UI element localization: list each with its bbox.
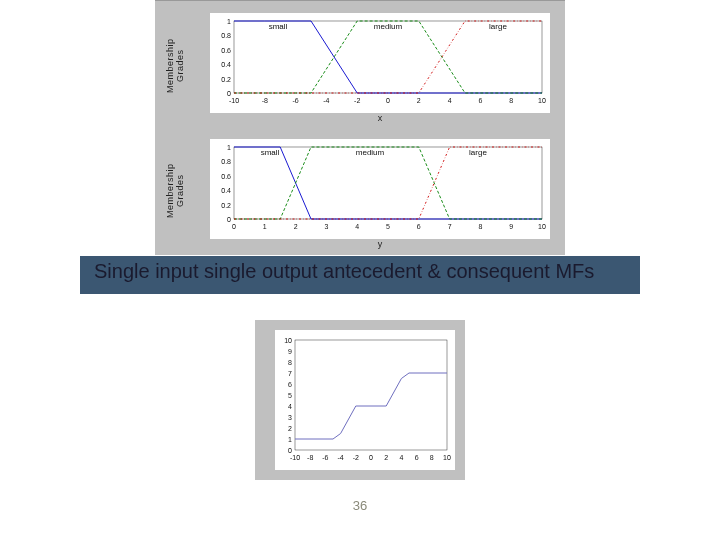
svg-text:10: 10 xyxy=(538,97,546,104)
svg-text:6: 6 xyxy=(288,381,292,388)
svg-text:3: 3 xyxy=(324,223,328,230)
svg-text:-8: -8 xyxy=(262,97,268,104)
mf-label-large: large xyxy=(469,148,487,157)
xticks: 0 1 2 3 4 5 6 7 8 9 10 xyxy=(232,223,546,230)
svg-text:10: 10 xyxy=(443,454,451,461)
series-medium xyxy=(234,21,542,93)
svg-text:9: 9 xyxy=(288,348,292,355)
mf-label-medium: medium xyxy=(374,22,403,31)
slide-page: Membership Grades Membership Grades 0 0.… xyxy=(0,0,720,540)
svg-text:6: 6 xyxy=(478,97,482,104)
svg-text:4: 4 xyxy=(399,454,403,461)
svg-text:0.2: 0.2 xyxy=(221,202,231,209)
svg-text:7: 7 xyxy=(288,370,292,377)
yticks: 0 1 2 3 4 5 6 7 8 9 10 xyxy=(284,337,292,454)
svg-text:-4: -4 xyxy=(323,97,329,104)
mf-label-small: small xyxy=(261,148,280,157)
svg-text:0.4: 0.4 xyxy=(221,187,231,194)
series-small xyxy=(234,21,542,93)
svg-text:0.6: 0.6 xyxy=(221,173,231,180)
svg-text:-6: -6 xyxy=(322,454,328,461)
svg-text:4: 4 xyxy=(448,97,452,104)
series-medium xyxy=(234,147,542,219)
series-output xyxy=(295,373,447,439)
svg-text:0: 0 xyxy=(288,447,292,454)
svg-text:0.6: 0.6 xyxy=(221,47,231,54)
svg-text:4: 4 xyxy=(288,403,292,410)
page-number: 36 xyxy=(0,498,720,513)
svg-text:5: 5 xyxy=(386,223,390,230)
svg-text:6: 6 xyxy=(417,223,421,230)
svg-text:0.8: 0.8 xyxy=(221,158,231,165)
svg-text:10: 10 xyxy=(284,337,292,344)
svg-text:0: 0 xyxy=(369,454,373,461)
svg-text:-8: -8 xyxy=(307,454,313,461)
svg-text:0: 0 xyxy=(227,216,231,223)
output-figure-panel: 0 1 2 3 4 5 6 7 8 9 10 -10 -8 -6 -4 xyxy=(255,320,465,480)
svg-rect-0 xyxy=(234,21,542,93)
series-small xyxy=(234,147,542,219)
svg-text:-2: -2 xyxy=(354,97,360,104)
svg-text:-2: -2 xyxy=(353,454,359,461)
svg-text:10: 10 xyxy=(538,223,546,230)
series-large xyxy=(234,21,542,93)
svg-rect-18 xyxy=(234,147,542,219)
svg-text:0.2: 0.2 xyxy=(221,76,231,83)
svg-text:-10: -10 xyxy=(290,454,300,461)
svg-text:6: 6 xyxy=(415,454,419,461)
svg-text:2: 2 xyxy=(384,454,388,461)
yticks: 0 0.2 0.4 0.6 0.8 1 xyxy=(221,144,231,223)
svg-text:8: 8 xyxy=(478,223,482,230)
svg-text:0: 0 xyxy=(227,90,231,97)
mf-figure-panel: Membership Grades Membership Grades 0 0.… xyxy=(155,0,565,255)
svg-text:5: 5 xyxy=(288,392,292,399)
svg-text:4: 4 xyxy=(355,223,359,230)
svg-text:1: 1 xyxy=(227,18,231,25)
svg-text:1: 1 xyxy=(227,144,231,151)
svg-text:8: 8 xyxy=(430,454,434,461)
svg-text:-10: -10 xyxy=(229,97,239,104)
svg-text:-4: -4 xyxy=(337,454,343,461)
svg-text:9: 9 xyxy=(509,223,513,230)
svg-rect-36 xyxy=(295,340,447,450)
ylabel-antecedent: Membership Grades xyxy=(165,31,177,101)
mf-label-small: small xyxy=(269,22,288,31)
svg-text:2: 2 xyxy=(288,425,292,432)
xlabel-consequent: y xyxy=(210,239,550,249)
svg-text:2: 2 xyxy=(417,97,421,104)
mf-label-medium: medium xyxy=(356,148,385,157)
caption-text: Single input single output antecedent & … xyxy=(94,260,634,283)
svg-text:3: 3 xyxy=(288,414,292,421)
svg-text:0.8: 0.8 xyxy=(221,32,231,39)
series-large xyxy=(234,147,542,219)
xticks: -10 -8 -6 -4 -2 0 2 4 6 8 10 xyxy=(290,454,451,461)
svg-text:2: 2 xyxy=(294,223,298,230)
antecedent-mf-plot: 0 0.2 0.4 0.6 0.8 1 -10 -8 -6 -4 -2 0 2 … xyxy=(210,13,550,113)
svg-text:8: 8 xyxy=(509,97,513,104)
svg-text:1: 1 xyxy=(288,436,292,443)
svg-text:0: 0 xyxy=(386,97,390,104)
yticks: 0 0.2 0.4 0.6 0.8 1 xyxy=(221,18,231,97)
svg-text:1: 1 xyxy=(263,223,267,230)
xticks: -10 -8 -6 -4 -2 0 2 4 6 8 10 xyxy=(229,97,546,104)
svg-text:-6: -6 xyxy=(292,97,298,104)
svg-text:0.4: 0.4 xyxy=(221,61,231,68)
mf-label-large: large xyxy=(489,22,507,31)
xlabel-antecedent: x xyxy=(210,113,550,123)
output-plot: 0 1 2 3 4 5 6 7 8 9 10 -10 -8 -6 -4 xyxy=(275,330,455,470)
consequent-mf-plot: 0 0.2 0.4 0.6 0.8 1 0 1 2 3 4 5 6 7 8 xyxy=(210,139,550,239)
svg-text:0: 0 xyxy=(232,223,236,230)
svg-text:7: 7 xyxy=(448,223,452,230)
svg-text:8: 8 xyxy=(288,359,292,366)
ylabel-consequent: Membership Grades xyxy=(165,156,177,226)
